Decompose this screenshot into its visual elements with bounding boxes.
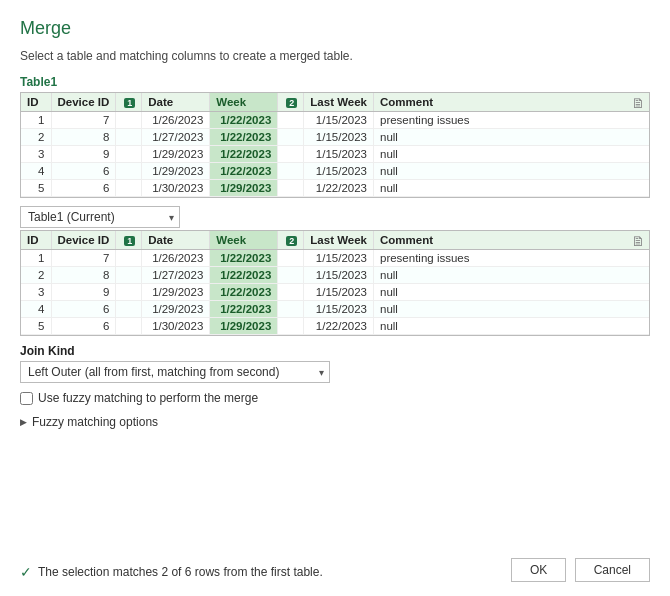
table-row: 4 6 1/29/2023 1/22/2023 1/15/2023 null bbox=[21, 163, 649, 180]
t2-col-comment[interactable]: Comment bbox=[374, 231, 650, 250]
table-row: 3 9 1/29/2023 1/22/2023 1/15/2023 null bbox=[21, 146, 649, 163]
join-kind-dropdown-wrap[interactable]: Left Outer (all from first, matching fro… bbox=[20, 361, 330, 383]
t2-col-week[interactable]: Week bbox=[210, 231, 278, 250]
table2-wrapper: 🗎 ID Device ID 1 Date Week 2 Last Week C… bbox=[20, 230, 650, 336]
t1-col-deviceid[interactable]: Device ID bbox=[51, 93, 116, 112]
t1-col-lastweek[interactable]: Last Week bbox=[304, 93, 374, 112]
table-row: 3 9 1/29/2023 1/22/2023 1/15/2023 null bbox=[21, 284, 649, 301]
merge-dialog: Merge Select a table and matching column… bbox=[0, 0, 670, 596]
t1-col-date[interactable]: Date bbox=[142, 93, 210, 112]
table2-select[interactable]: Table1 (Current) bbox=[20, 206, 180, 228]
table1-icon[interactable]: 🗎 bbox=[631, 95, 645, 111]
table-row: 1 7 1/26/2023 1/22/2023 1/15/2023 presen… bbox=[21, 112, 649, 129]
t2-col-badge1: 1 bbox=[116, 231, 142, 250]
table-row: 1 7 1/26/2023 1/22/2023 1/15/2023 presen… bbox=[21, 250, 649, 267]
table1: ID Device ID 1 Date Week 2 Last Week Com… bbox=[21, 93, 649, 197]
t1-col-badge1: 1 bbox=[116, 93, 142, 112]
dialog-title: Merge bbox=[20, 18, 650, 39]
table1-label: Table1 bbox=[20, 75, 650, 89]
table1-wrapper: 🗎 ID Device ID 1 Date Week 2 Last Week C… bbox=[20, 92, 650, 198]
fuzzy-checkbox-label: Use fuzzy matching to perform the merge bbox=[38, 391, 258, 405]
t2-col-deviceid[interactable]: Device ID bbox=[51, 231, 116, 250]
dialog-subtitle: Select a table and matching columns to c… bbox=[20, 49, 650, 63]
table-row: 5 6 1/30/2023 1/29/2023 1/22/2023 null bbox=[21, 180, 649, 197]
table-row: 5 6 1/30/2023 1/29/2023 1/22/2023 null bbox=[21, 318, 649, 335]
check-icon: ✓ bbox=[20, 564, 32, 580]
status-bar: ✓ The selection matches 2 of 6 rows from… bbox=[20, 564, 323, 580]
table-row: 4 6 1/29/2023 1/22/2023 1/15/2023 null bbox=[21, 301, 649, 318]
table2-section: Table1 (Current) 🗎 ID Device ID 1 Date W… bbox=[20, 206, 650, 336]
t2-col-badge2: 2 bbox=[278, 231, 304, 250]
t2-col-id[interactable]: ID bbox=[21, 231, 51, 250]
t1-col-comment[interactable]: Comment bbox=[374, 93, 650, 112]
t2-col-date[interactable]: Date bbox=[142, 231, 210, 250]
table1-section: Table1 🗎 ID Device ID 1 Date Week 2 Last… bbox=[20, 75, 650, 198]
table-row: 2 8 1/27/2023 1/22/2023 1/15/2023 null bbox=[21, 267, 649, 284]
fuzzy-checkbox-row: Use fuzzy matching to perform the merge bbox=[20, 391, 650, 405]
table2-icon[interactable]: 🗎 bbox=[631, 233, 645, 249]
t1-col-id[interactable]: ID bbox=[21, 93, 51, 112]
fuzzy-expand[interactable]: ▶ Fuzzy matching options bbox=[20, 415, 650, 429]
status-message: The selection matches 2 of 6 rows from t… bbox=[38, 565, 323, 579]
table2-dropdown-wrap[interactable]: Table1 (Current) bbox=[20, 206, 180, 228]
fuzzy-options-label: Fuzzy matching options bbox=[32, 415, 158, 429]
bottom-row: ✓ The selection matches 2 of 6 rows from… bbox=[20, 552, 650, 582]
expand-arrow-icon: ▶ bbox=[20, 417, 27, 427]
t1-col-badge2: 2 bbox=[278, 93, 304, 112]
table-row: 2 8 1/27/2023 1/22/2023 1/15/2023 null bbox=[21, 129, 649, 146]
join-kind-select[interactable]: Left Outer (all from first, matching fro… bbox=[20, 361, 330, 383]
table2: ID Device ID 1 Date Week 2 Last Week Com… bbox=[21, 231, 649, 335]
join-kind-section: Join Kind Left Outer (all from first, ma… bbox=[20, 344, 650, 383]
join-kind-label: Join Kind bbox=[20, 344, 650, 358]
fuzzy-checkbox[interactable] bbox=[20, 392, 33, 405]
ok-button[interactable]: OK bbox=[511, 558, 566, 582]
t1-col-week[interactable]: Week bbox=[210, 93, 278, 112]
t2-col-lastweek[interactable]: Last Week bbox=[304, 231, 374, 250]
cancel-button[interactable]: Cancel bbox=[575, 558, 650, 582]
button-group: OK Cancel bbox=[511, 558, 650, 582]
